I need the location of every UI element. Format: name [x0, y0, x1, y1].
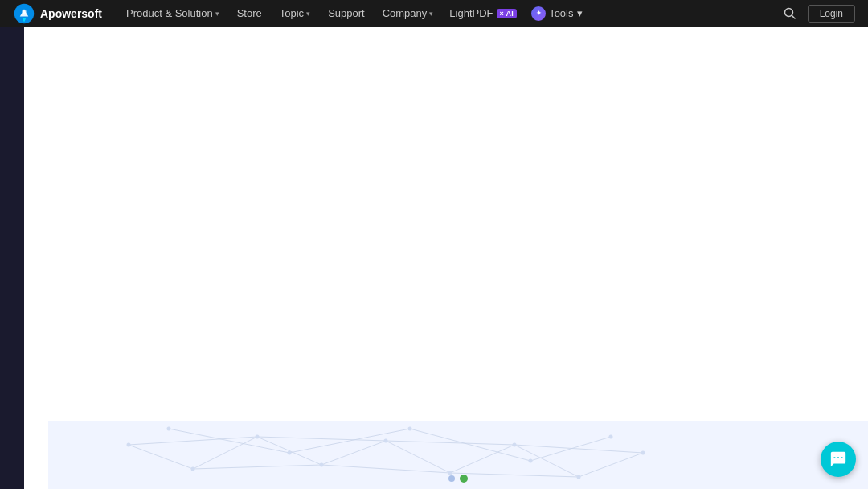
svg-line-9: [450, 445, 514, 473]
logo-icon: [13, 2, 35, 25]
main-area: [24, 27, 868, 489]
svg-point-32: [167, 427, 171, 431]
nav-label-store: Store: [237, 7, 262, 19]
nav-item-product[interactable]: Product & Solution ▾: [118, 4, 227, 23]
svg-line-13: [193, 465, 321, 469]
chevron-down-icon: ▾: [429, 10, 433, 18]
logo-link[interactable]: Apowersoft: [13, 2, 102, 25]
svg-line-12: [129, 437, 257, 445]
svg-point-1: [22, 9, 26, 13]
nav-item-ai-tools[interactable]: ✦ Tools ▾: [525, 3, 588, 24]
navbar-right: Login: [780, 4, 855, 23]
dot-2-active[interactable]: [460, 475, 468, 483]
login-button[interactable]: Login: [808, 5, 855, 23]
logo-text: Apowersoft: [40, 7, 102, 20]
lightpdf-badge: × AI: [497, 9, 518, 18]
nav-label-company: Company: [383, 7, 428, 19]
svg-point-31: [641, 451, 645, 455]
navbar: Apowersoft Product & Solution ▾ Store To…: [0, 0, 868, 27]
nav-item-store[interactable]: Store: [229, 4, 270, 23]
chevron-down-icon: ▾: [577, 7, 583, 19]
svg-point-24: [191, 467, 195, 471]
nav-item-lightpdf[interactable]: LightPDF × AI: [443, 4, 523, 23]
bottom-section: [48, 421, 868, 489]
svg-line-17: [450, 473, 579, 477]
nav-label-support: Support: [328, 7, 365, 19]
nav-items: Product & Solution ▾ Store Topic ▾ Suppo…: [118, 3, 780, 24]
ai-icon: ✦: [531, 6, 546, 21]
svg-line-19: [169, 429, 289, 453]
svg-point-23: [127, 443, 131, 447]
svg-line-8: [386, 441, 450, 473]
nav-label-product: Product & Solution: [126, 7, 213, 19]
svg-point-33: [288, 451, 292, 455]
svg-point-26: [320, 463, 324, 467]
chevron-down-icon: ▾: [306, 10, 310, 18]
svg-point-29: [513, 443, 517, 447]
nav-item-topic[interactable]: Topic ▾: [272, 4, 318, 23]
chat-icon: [829, 450, 847, 468]
main-content: [0, 27, 868, 489]
dots-indicator: [448, 475, 468, 483]
left-sidebar: [0, 27, 24, 489]
svg-line-22: [530, 437, 611, 461]
svg-line-18: [514, 445, 643, 453]
svg-point-30: [577, 475, 581, 479]
nav-item-company[interactable]: Company ▾: [375, 4, 442, 23]
svg-line-11: [579, 453, 643, 477]
svg-point-27: [384, 439, 388, 443]
svg-point-25: [256, 435, 260, 439]
svg-point-35: [529, 459, 533, 463]
svg-point-36: [609, 435, 613, 439]
search-button[interactable]: [780, 4, 800, 23]
lightpdf-label: LightPDF: [449, 7, 493, 19]
svg-line-5: [193, 437, 257, 469]
svg-line-3: [792, 15, 795, 18]
content-body: [24, 27, 868, 421]
svg-line-4: [129, 445, 193, 469]
chevron-down-icon: ▾: [215, 10, 219, 18]
svg-point-34: [408, 427, 412, 431]
svg-line-16: [386, 441, 514, 445]
svg-line-15: [321, 465, 450, 473]
search-icon: [784, 7, 796, 20]
ai-tools-label: Tools: [549, 7, 573, 19]
chat-button[interactable]: [821, 442, 856, 477]
dot-1[interactable]: [448, 475, 455, 482]
nav-item-support[interactable]: Support: [320, 4, 373, 23]
nav-label-topic: Topic: [280, 7, 304, 19]
